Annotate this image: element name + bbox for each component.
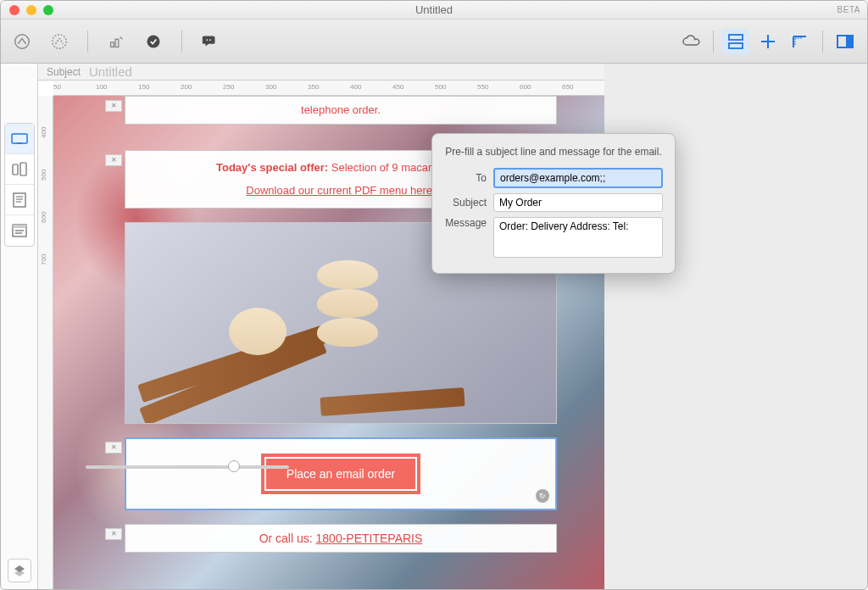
device-palette — [1, 64, 38, 589]
cta-button[interactable]: Place an email order — [264, 457, 417, 491]
svg-rect-8 — [729, 43, 743, 48]
ruler-icon[interactable] — [787, 29, 814, 54]
svg-rect-7 — [729, 35, 743, 40]
message-label: Message — [444, 217, 487, 229]
phone-block[interactable]: ✕ Or call us: 1800-PETITEPARIS — [125, 524, 557, 553]
svg-rect-10 — [847, 36, 853, 47]
mobile-view[interactable] — [5, 154, 34, 185]
svg-marker-24 — [14, 570, 25, 576]
svg-rect-20 — [13, 225, 26, 228]
message-input[interactable] — [493, 217, 663, 258]
to-input[interactable] — [493, 168, 663, 188]
subject-label: Subject — [47, 66, 81, 78]
subject-label-pop: Subject — [444, 197, 487, 209]
block-handle[interactable]: ✕ — [105, 442, 122, 454]
offer-label: Today's special offer: — [216, 161, 328, 174]
call-number[interactable]: 1800-PETITEPARIS — [316, 532, 423, 545]
minimize-window[interactable] — [26, 5, 36, 15]
block-handle[interactable]: ✕ — [105, 100, 122, 112]
beta-label: BETA — [837, 5, 860, 14]
subject-bar[interactable]: Subject Untitled — [38, 64, 604, 81]
svg-rect-2 — [111, 42, 114, 46]
call-prefix: Or call us: — [259, 532, 316, 545]
svg-point-5 — [206, 39, 208, 41]
alignment-icon[interactable] — [754, 29, 782, 54]
comments-icon[interactable] — [198, 29, 223, 54]
layers-button[interactable] — [8, 559, 31, 582]
pdf-link[interactable]: Download our current PDF menu here. — [246, 184, 435, 197]
preview-view[interactable] — [5, 215, 34, 246]
svg-rect-3 — [115, 39, 119, 47]
layout-view-icon[interactable] — [722, 29, 749, 54]
svg-rect-11 — [12, 134, 27, 143]
link-indicator-icon[interactable]: ↻ — [536, 489, 549, 503]
send-icon[interactable] — [47, 29, 72, 54]
top-text: telephone order. — [301, 103, 381, 116]
svg-point-1 — [53, 34, 67, 48]
checkmark-icon[interactable] — [141, 29, 166, 54]
close-window[interactable] — [9, 5, 19, 15]
svg-rect-13 — [13, 164, 18, 175]
svg-rect-15 — [14, 193, 25, 207]
zoom-window[interactable] — [43, 5, 53, 15]
text-block-top[interactable]: ✕ telephone order. — [125, 96, 557, 125]
svg-point-6 — [209, 39, 211, 41]
subject-value: Untitled — [89, 64, 132, 79]
subject-input[interactable] — [493, 193, 663, 212]
svg-rect-14 — [20, 163, 26, 175]
reports-icon[interactable] — [103, 29, 129, 54]
text-view[interactable] — [5, 185, 34, 215]
inspector-toggle-icon[interactable] — [832, 29, 859, 54]
vertical-ruler: 400500600700 — [38, 96, 53, 589]
cloud-sync-icon[interactable] — [677, 29, 704, 54]
cta-block[interactable]: ✕ Place an email order ↻ — [125, 437, 557, 510]
svg-point-4 — [147, 35, 160, 47]
titlebar: Untitled BETA — [1, 1, 867, 19]
email-prefill-popover: Pre-fill a subject line and message for … — [431, 133, 676, 274]
popover-prompt: Pre-fill a subject line and message for … — [444, 146, 663, 158]
send-test-icon[interactable] — [9, 29, 35, 54]
desktop-view[interactable] — [5, 124, 34, 154]
horizontal-ruler: 50100150200250300350400450500550600650 — [53, 81, 604, 96]
block-handle[interactable]: ✕ — [105, 154, 122, 166]
main-toolbar — [1, 19, 867, 64]
svg-point-0 — [15, 34, 30, 48]
zoom-slider[interactable] — [86, 465, 289, 469]
to-label: To — [444, 172, 487, 184]
window-title: Untitled — [415, 3, 453, 16]
block-handle[interactable]: ✕ — [105, 528, 122, 540]
